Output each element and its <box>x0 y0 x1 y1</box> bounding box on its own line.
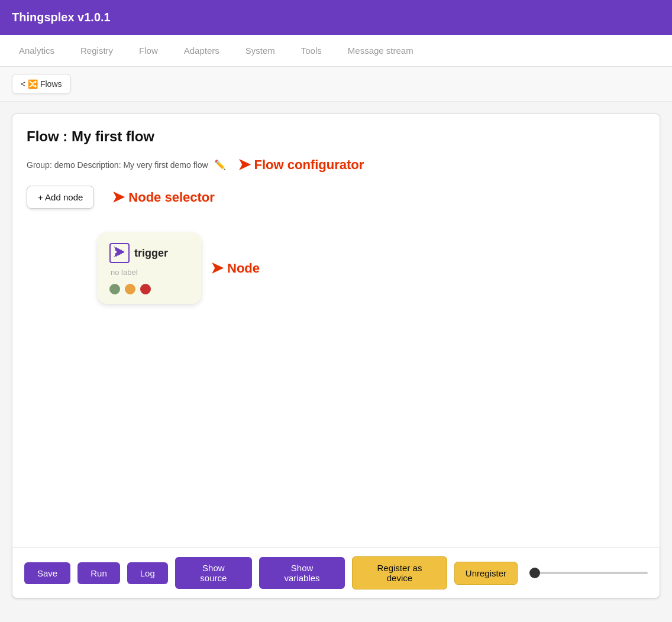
unregister-button[interactable]: Unregister <box>454 562 518 585</box>
app-header: Thingsplex v1.0.1 <box>0 0 672 35</box>
trigger-node[interactable]: ⮞ trigger no label <box>98 232 201 304</box>
nav-tools[interactable]: Tools <box>288 35 335 66</box>
configurator-callout-label: Flow configurator <box>254 157 364 173</box>
main-nav: Analytics Registry Flow Adapters System … <box>0 35 672 67</box>
nav-adapters[interactable]: Adapters <box>171 35 232 66</box>
log-button[interactable]: Log <box>127 562 168 584</box>
zoom-slider[interactable] <box>529 572 648 574</box>
node-callout-label: Node <box>227 261 260 276</box>
show-variables-button[interactable]: Show variables <box>259 557 345 589</box>
slider-thumb <box>529 568 540 578</box>
node-label: no label <box>109 268 189 277</box>
nav-message-stream[interactable]: Message stream <box>335 35 427 66</box>
nodes-area: ⮞ trigger no label ➤ Node <box>27 226 645 310</box>
flows-breadcrumb-button[interactable]: < 🔀 Flows <box>12 74 71 94</box>
nav-analytics[interactable]: Analytics <box>6 35 67 66</box>
app-title: Thingsplex v1.0.1 <box>12 11 111 24</box>
breadcrumb-bar: < 🔀 Flows <box>0 67 672 102</box>
flow-card: Flow : My first flow Group: demo Descrip… <box>12 114 660 598</box>
nav-registry[interactable]: Registry <box>67 35 126 66</box>
node-selector-callout-label: Node selector <box>128 190 215 205</box>
edit-icon[interactable]: ✏️ <box>214 159 226 170</box>
node-dots <box>109 284 189 294</box>
flow-meta-text: Group: demo Description: My very first d… <box>27 160 208 170</box>
main-content: Flow : My first flow Group: demo Descrip… <box>0 102 672 610</box>
dot-orange <box>125 284 135 294</box>
nav-flow[interactable]: Flow <box>126 35 171 66</box>
bottom-toolbar: Save Run Log Show source Show variables … <box>12 548 660 598</box>
slider-track <box>529 572 648 574</box>
register-device-button[interactable]: Register as device <box>352 556 447 589</box>
dot-red <box>140 284 151 294</box>
dot-green <box>109 284 120 294</box>
node-header: ⮞ trigger <box>109 243 189 263</box>
add-node-button[interactable]: + Add node <box>27 186 94 209</box>
arrow-icon-node: ➤ <box>211 259 224 277</box>
arrow-icon-configurator: ➤ <box>238 156 251 174</box>
add-node-row: + Add node ➤ Node selector <box>27 186 645 209</box>
run-button[interactable]: Run <box>77 562 120 584</box>
show-source-button[interactable]: Show source <box>175 557 252 589</box>
trigger-node-icon: ⮞ <box>109 243 130 263</box>
save-button[interactable]: Save <box>24 562 70 584</box>
nav-system[interactable]: System <box>232 35 288 66</box>
node-name: trigger <box>134 247 168 260</box>
flow-title: Flow : My first flow <box>27 128 645 145</box>
flow-meta-row: Group: demo Description: My very first d… <box>27 156 645 174</box>
arrow-icon-node-selector: ➤ <box>112 188 125 206</box>
